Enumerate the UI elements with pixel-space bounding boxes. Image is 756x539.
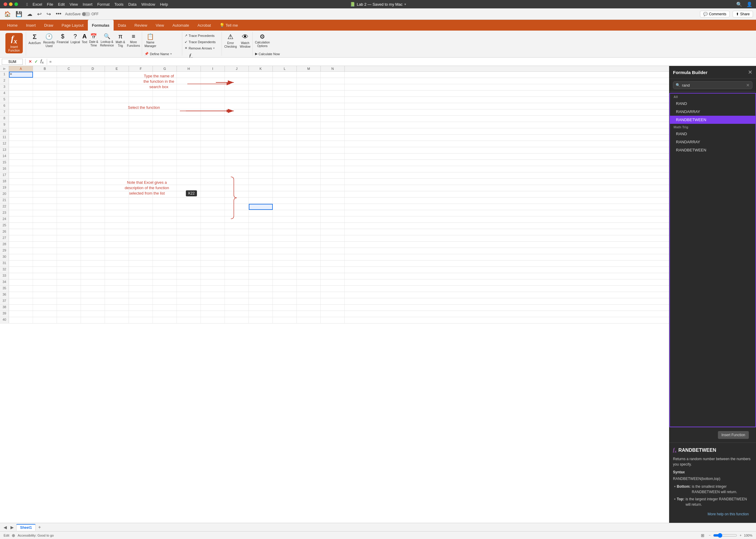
cell-C29[interactable]	[57, 248, 81, 254]
cell-K25[interactable]	[249, 223, 273, 229]
cell-H32[interactable]	[177, 267, 201, 273]
cell-I25[interactable]	[201, 223, 225, 229]
cell-G5[interactable]	[153, 97, 177, 103]
cell-D2[interactable]	[81, 78, 105, 84]
cell-B27[interactable]	[33, 235, 57, 241]
function-item-randbetween-all[interactable]: RANDBETWEEN	[670, 116, 755, 124]
cell-F30[interactable]	[129, 254, 153, 260]
cell-N20[interactable]	[321, 191, 345, 197]
cell-K5[interactable]	[249, 97, 273, 103]
row-number-9[interactable]: 9	[0, 122, 9, 128]
cell-E31[interactable]	[105, 261, 129, 267]
row-number-16[interactable]: 16	[0, 166, 9, 172]
cell-J16[interactable]	[225, 166, 249, 172]
cell-N25[interactable]	[321, 223, 345, 229]
cell-I23[interactable]	[201, 210, 225, 216]
cell-H37[interactable]	[177, 298, 201, 304]
cell-H10[interactable]	[177, 128, 201, 134]
row-number-10[interactable]: 10	[0, 128, 9, 134]
cell-M5[interactable]	[297, 97, 321, 103]
cell-K36[interactable]	[249, 292, 273, 298]
cell-L34[interactable]	[273, 279, 297, 285]
cell-N4[interactable]	[321, 91, 345, 97]
row-number-18[interactable]: 18	[0, 179, 9, 185]
cell-G4[interactable]	[153, 91, 177, 97]
cell-E24[interactable]	[105, 216, 129, 222]
cell-K34[interactable]	[249, 279, 273, 285]
insert-function-button[interactable]: fx Insert Function	[5, 33, 23, 53]
cell-J27[interactable]	[225, 235, 249, 241]
cell-H25[interactable]	[177, 223, 201, 229]
cell-G12[interactable]	[153, 141, 177, 147]
cell-A34[interactable]	[9, 279, 33, 285]
cell-B37[interactable]	[33, 298, 57, 304]
cell-H3[interactable]	[177, 84, 201, 90]
cell-F18[interactable]	[129, 179, 153, 185]
row-number-22[interactable]: 22	[0, 204, 9, 210]
cell-H17[interactable]	[177, 172, 201, 178]
lookup-reference-button[interactable]: 🔍 Lookup &Reference	[100, 33, 114, 47]
cell-N34[interactable]	[321, 279, 345, 285]
cell-H1[interactable]	[177, 72, 201, 78]
cell-D13[interactable]	[81, 147, 105, 153]
cell-F28[interactable]	[129, 242, 153, 248]
cell-D8[interactable]	[81, 116, 105, 122]
cell-E11[interactable]	[105, 135, 129, 141]
cell-F1[interactable]	[129, 72, 153, 78]
cell-B33[interactable]	[33, 273, 57, 279]
cell-M25[interactable]	[297, 223, 321, 229]
row-number-1[interactable]: 1	[0, 72, 9, 78]
cell-N24[interactable]	[321, 216, 345, 222]
cell-D24[interactable]	[81, 216, 105, 222]
cell-M32[interactable]	[297, 267, 321, 273]
cell-M9[interactable]	[297, 122, 321, 128]
cell-I6[interactable]	[201, 103, 225, 109]
row-number-8[interactable]: 8	[0, 116, 9, 122]
cell-B25[interactable]	[33, 223, 57, 229]
cell-M28[interactable]	[297, 242, 321, 248]
tab-data[interactable]: Data	[113, 20, 130, 31]
cell-A27[interactable]	[9, 235, 33, 241]
cell-L7[interactable]	[273, 110, 297, 116]
window-menu[interactable]: Window	[141, 2, 155, 7]
cell-F27[interactable]	[129, 235, 153, 241]
cancel-formula-icon[interactable]: ✕	[28, 58, 33, 64]
cell-A37[interactable]	[9, 298, 33, 304]
row-number-37[interactable]: 37	[0, 298, 9, 304]
cell-J14[interactable]	[225, 153, 249, 160]
col-header-f[interactable]: F	[129, 66, 153, 71]
cell-K35[interactable]	[249, 286, 273, 292]
cell-M30[interactable]	[297, 254, 321, 260]
share-button[interactable]: ⬆ Share	[733, 11, 753, 17]
cell-M19[interactable]	[297, 185, 321, 191]
tab-page-layout[interactable]: Page Layout	[57, 20, 88, 31]
cell-I27[interactable]	[201, 235, 225, 241]
cell-H19[interactable]	[177, 185, 201, 191]
cell-D30[interactable]	[81, 254, 105, 260]
tab-acrobat[interactable]: Acrobat	[193, 20, 215, 31]
cell-H14[interactable]	[177, 153, 201, 160]
cell-D27[interactable]	[81, 235, 105, 241]
cell-I39[interactable]	[201, 311, 225, 317]
col-header-j[interactable]: J	[225, 66, 249, 71]
cell-C33[interactable]	[57, 273, 81, 279]
cell-D6[interactable]	[81, 103, 105, 109]
cell-N19[interactable]	[321, 185, 345, 191]
cell-I22[interactable]	[201, 204, 225, 210]
cell-J9[interactable]	[225, 122, 249, 128]
trace-precedents-button[interactable]: ↗ Trace Precedents	[185, 33, 214, 38]
row-number-25[interactable]: 25	[0, 223, 9, 229]
trace-dependents-button[interactable]: ↙ Trace Dependents	[185, 39, 215, 44]
cell-D16[interactable]	[81, 166, 105, 172]
cell-H34[interactable]	[177, 279, 201, 285]
cell-C18[interactable]	[57, 179, 81, 185]
cell-L14[interactable]	[273, 153, 297, 160]
cell-C22[interactable]	[57, 204, 81, 210]
row-number-15[interactable]: 15	[0, 160, 9, 166]
cell-I10[interactable]	[201, 128, 225, 134]
cell-B10[interactable]	[33, 128, 57, 134]
cell-M37[interactable]	[297, 298, 321, 304]
cell-H23[interactable]	[177, 210, 201, 216]
cell-M20[interactable]	[297, 191, 321, 197]
function-item-randarray-all[interactable]: RANDARRAY	[670, 108, 755, 116]
